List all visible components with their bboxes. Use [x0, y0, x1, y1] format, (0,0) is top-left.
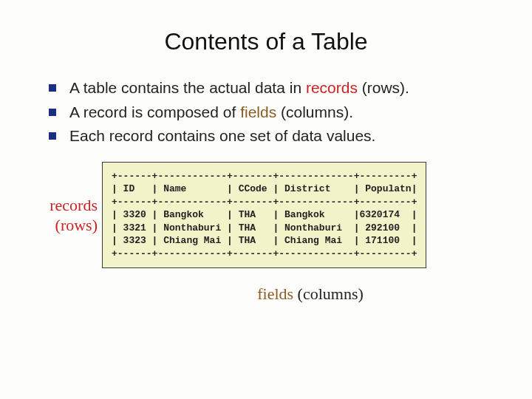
table-area: records (rows) +------+------------+----… [30, 162, 502, 269]
bullet-text: A record is composed of [69, 103, 240, 120]
records-label-line2: (rows) [55, 216, 98, 234]
bullet-text: A table contains the actual data in [69, 79, 306, 96]
ascii-table: +------+------------+-------+-----------… [102, 162, 426, 269]
bullet-item: A table contains the actual data in reco… [49, 76, 502, 100]
bullet-text: (rows). [358, 79, 409, 96]
bullet-list: A table contains the actual data in reco… [49, 76, 502, 149]
records-rows-label: records (rows) [30, 195, 102, 236]
bullet-keyword: fields [240, 103, 276, 120]
fields-columns-label: fields (columns) [118, 284, 502, 304]
bullet-keyword: records [306, 79, 358, 96]
bullet-text: Each record contains one set of data val… [69, 127, 375, 144]
bullet-item: A record is composed of fields (columns)… [49, 100, 502, 125]
bullet-text: (columns). [276, 103, 353, 120]
bullet-item: Each record contains one set of data val… [49, 124, 502, 149]
page-title: Contents of a Table [30, 28, 502, 55]
fields-rest: (columns) [293, 284, 364, 303]
slide: Contents of a Table A table contains the… [0, 0, 532, 399]
records-label-line1: records [50, 196, 98, 214]
fields-kw: fields [257, 284, 293, 303]
